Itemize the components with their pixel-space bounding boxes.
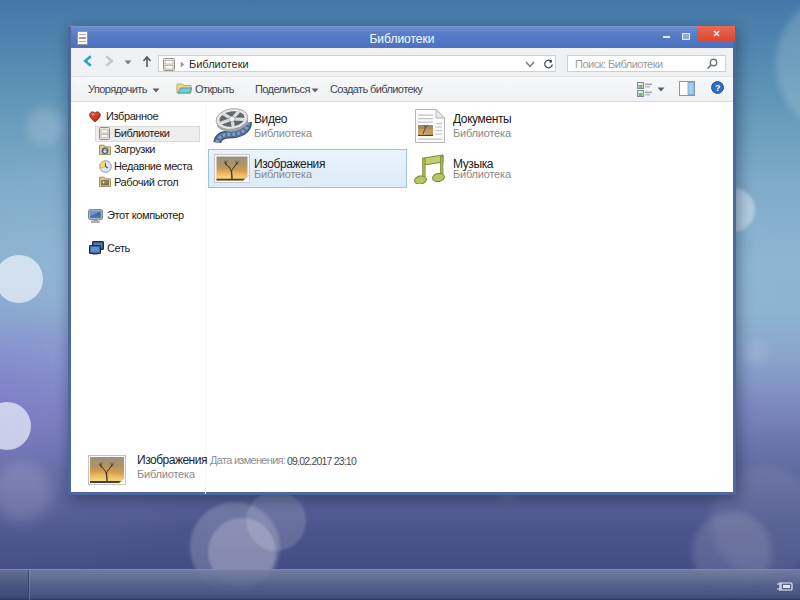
svg-text:?: ? [715, 83, 720, 93]
